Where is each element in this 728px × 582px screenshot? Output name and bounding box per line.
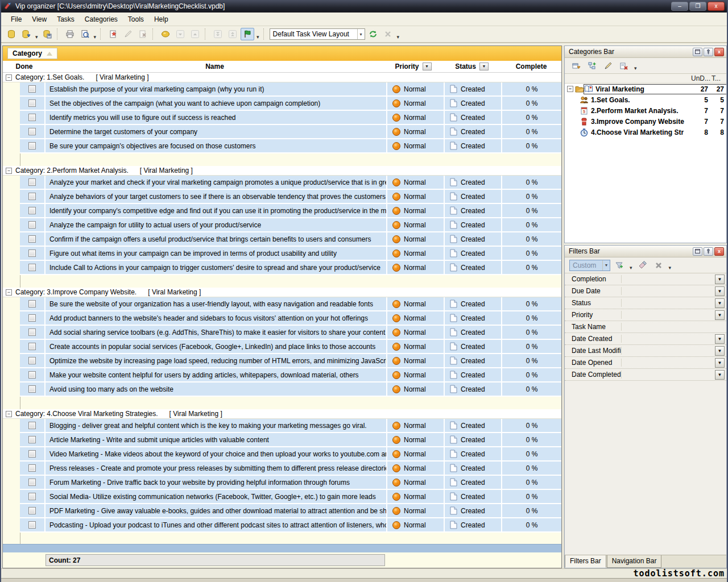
filter-flag-caret[interactable]: ▾	[255, 32, 260, 42]
priority-cell[interactable]: Normal	[387, 476, 445, 490]
task-name-cell[interactable]: Social Media- Utilize existing communica…	[46, 490, 387, 504]
categories-restore-icon[interactable]	[693, 48, 702, 56]
status-cell[interactable]: Created	[445, 176, 502, 190]
table-row[interactable]: Be sure your campaign's objectives are f…	[3, 139, 561, 153]
table-row[interactable]: Avoid using too many ads on the websiteN…	[3, 383, 561, 397]
task-name-cell[interactable]: Determine the target customers of your c…	[46, 125, 387, 139]
status-cell[interactable]: Created	[445, 340, 502, 354]
open-database-caret[interactable]: ▾	[34, 32, 39, 42]
task-name-cell[interactable]: Press releases - Create and promote your…	[46, 462, 387, 476]
task-name-cell[interactable]: Confirm if the campaign offers a useful …	[46, 232, 387, 247]
table-row[interactable]: Be sure the website of your organization…	[3, 297, 561, 311]
task-name-cell[interactable]: Analyze the campaign for utility to actu…	[46, 218, 387, 232]
group-header[interactable]: −Category: 2.Perform Market Analysis.[ V…	[3, 166, 561, 176]
priority-cell[interactable]: Normal	[387, 447, 445, 462]
status-cell[interactable]: Created	[445, 447, 502, 462]
task-checkbox[interactable]	[28, 314, 36, 322]
task-checkbox[interactable]	[28, 235, 36, 243]
status-filter-dropdown-icon[interactable]: ▼	[479, 63, 489, 70]
table-row[interactable]: Forum Marketing - Drive traffic back to …	[3, 476, 561, 490]
tree-item[interactable]: −Viral Marketing2727	[565, 84, 726, 94]
filters-pin-icon[interactable]	[704, 247, 713, 256]
open-database-icon[interactable]	[19, 28, 33, 40]
filter-dropdown-icon[interactable]: ▼	[715, 286, 725, 296]
priority-cell[interactable]: Normal	[387, 97, 445, 111]
task-name-cell[interactable]: Article Marketing - Write and submit uni…	[46, 433, 387, 447]
delete-category-icon[interactable]	[617, 60, 631, 72]
task-name-cell[interactable]: Set the objectives of the campaign (what…	[46, 97, 387, 111]
filter-preset-combo[interactable]: Custom ▾	[569, 260, 610, 271]
task-name-cell[interactable]: Create accounts in popular social servic…	[46, 340, 387, 354]
task-name-cell[interactable]: Identify your company's competitive edge…	[46, 204, 387, 218]
clear-layout-icon[interactable]	[381, 28, 395, 40]
table-row[interactable]: PDF Marketing - Give away valuable e-boo…	[3, 504, 561, 518]
collapse-group-icon[interactable]: −	[6, 168, 12, 174]
tree-item[interactable]: 52.Perform Market Analysis.77	[565, 105, 726, 116]
task-checkbox[interactable]	[28, 178, 36, 186]
status-cell[interactable]: Created	[445, 82, 502, 97]
collapse-group-icon[interactable]: −	[6, 74, 12, 81]
task-checkbox[interactable]	[28, 142, 36, 149]
task-checkbox[interactable]	[28, 264, 36, 271]
status-cell[interactable]: Created	[445, 297, 502, 311]
group-header[interactable]: −Category: 3.Improve Company Website.[ V…	[3, 288, 561, 297]
edit-task-icon[interactable]	[121, 28, 135, 40]
table-row[interactable]: Make your website content helpful for us…	[3, 368, 561, 383]
filter-dropdown-icon[interactable]: ▼	[715, 358, 725, 368]
tree-item[interactable]: 1.Set Goals.55	[565, 94, 726, 105]
task-name-cell[interactable]: Add social sharing service toolbars (e.g…	[46, 326, 387, 340]
gold-badge-icon[interactable]	[159, 28, 172, 40]
status-cell[interactable]: Created	[445, 218, 502, 232]
priority-cell[interactable]: Normal	[387, 326, 445, 340]
table-row[interactable]: Video Marketing - Make videos about the …	[3, 447, 561, 462]
tab-navigation-bar[interactable]: Navigation Bar	[607, 555, 662, 568]
save-database-icon[interactable]	[40, 28, 54, 40]
tree-collapse-icon[interactable]: −	[567, 86, 573, 92]
table-row[interactable]: Blogging - deliver great and helpful con…	[3, 419, 561, 433]
collapse-group-icon[interactable]: −	[6, 289, 12, 296]
clear-filter-icon[interactable]	[636, 259, 650, 272]
column-header-priority[interactable]: Priority ▼	[384, 63, 442, 70]
menu-view[interactable]: View	[27, 14, 52, 25]
task-checkbox[interactable]	[28, 193, 36, 200]
new-subcategory-icon[interactable]	[585, 60, 599, 72]
apply-filter-icon[interactable]	[613, 259, 626, 272]
task-checkbox[interactable]	[28, 207, 36, 214]
task-checkbox[interactable]	[28, 436, 36, 443]
status-cell[interactable]: Created	[445, 139, 502, 153]
task-checkbox[interactable]	[28, 343, 36, 350]
menu-file[interactable]: File	[6, 14, 27, 25]
priority-cell[interactable]: Normal	[387, 462, 445, 476]
table-row[interactable]: Figure out what items in your campaign c…	[3, 247, 561, 261]
column-header-status[interactable]: Status ▼	[442, 63, 501, 70]
status-cell[interactable]: Created	[445, 247, 502, 261]
priority-cell[interactable]: Normal	[387, 311, 445, 326]
priority-cell[interactable]: Normal	[387, 419, 445, 433]
apply-layout-icon[interactable]	[366, 28, 380, 40]
task-checkbox[interactable]	[28, 250, 36, 257]
task-name-cell[interactable]: Analyze behaviors of your target custome…	[46, 190, 387, 204]
column-header-complete[interactable]: Complete	[501, 63, 561, 70]
priority-cell[interactable]: Normal	[387, 111, 445, 125]
priority-cell[interactable]: Normal	[387, 247, 445, 261]
filter-dropdown-icon[interactable]: ▼	[715, 310, 725, 320]
task-name-cell[interactable]: Be sure the website of your organization…	[46, 297, 387, 311]
task-name-cell[interactable]: Avoid using too many ads on the website	[46, 383, 387, 397]
filter-dropdown-icon[interactable]: ▼	[715, 346, 725, 356]
task-name-cell[interactable]: Analyze your market and check if your vi…	[46, 176, 387, 190]
new-task-icon[interactable]	[106, 28, 120, 40]
table-row[interactable]: Determine the target customers of your c…	[3, 125, 561, 139]
filters-toolbar-caret[interactable]: ▾	[668, 263, 673, 273]
layout-combo-arrow-icon[interactable]: ▾	[357, 29, 365, 39]
priority-cell[interactable]: Normal	[387, 125, 445, 139]
status-cell[interactable]: Created	[445, 419, 502, 433]
filter-dropdown-icon[interactable]: ▼	[715, 370, 725, 380]
task-checkbox[interactable]	[28, 300, 36, 307]
restore-button[interactable]: ❐	[689, 2, 706, 11]
status-cell[interactable]: Created	[445, 518, 502, 533]
task-name-cell[interactable]: Podcasting - Upload your podcast to iTun…	[46, 518, 387, 533]
task-checkbox[interactable]	[28, 357, 36, 364]
new-category-icon[interactable]	[569, 60, 583, 72]
table-row[interactable]: Add product banners to the website's hea…	[3, 311, 561, 326]
table-row[interactable]: Optimize the website by increasing page …	[3, 354, 561, 368]
